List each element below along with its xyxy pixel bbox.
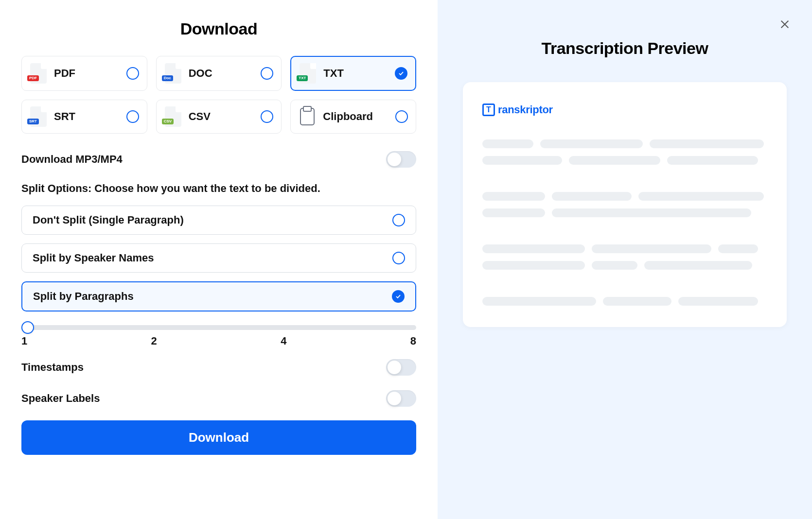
mp3-label: Download MP3/MP4 <box>21 153 123 166</box>
slider-thumb[interactable] <box>21 321 34 334</box>
format-csv[interactable]: CSVCSV <box>156 100 282 134</box>
format-txt[interactable]: TXTTXT <box>290 56 416 91</box>
brand-icon: T <box>482 104 495 116</box>
split-option-radio[interactable] <box>392 290 405 303</box>
split-option-label: Don't Split (Single Paragraph) <box>33 214 184 226</box>
download-panel: Download PDFPDFDocDOCTXTTXTSRTSRTCSVCSVC… <box>0 0 438 519</box>
format-radio[interactable] <box>126 110 139 123</box>
file-icon: TXT <box>297 63 318 84</box>
check-icon <box>398 70 405 77</box>
slider-tick: 2 <box>151 335 157 347</box>
timestamps-toggle[interactable] <box>386 359 416 376</box>
paragraph-slider[interactable]: 1248 <box>21 321 416 347</box>
format-label: DOC <box>189 67 256 80</box>
download-button[interactable]: Download <box>21 420 416 455</box>
split-option-2[interactable]: Split by Paragraphs <box>21 281 416 311</box>
split-option-radio[interactable] <box>392 214 405 226</box>
split-option-label: Split by Paragraphs <box>33 290 134 303</box>
slider-tick: 8 <box>410 335 416 347</box>
split-option-1[interactable]: Split by Speaker Names <box>21 243 416 273</box>
split-options-list: Don't Split (Single Paragraph)Split by S… <box>21 206 416 311</box>
format-label: CSV <box>189 110 256 123</box>
check-icon <box>395 293 402 300</box>
close-icon <box>779 19 790 30</box>
clipboard-icon <box>297 106 318 127</box>
file-icon: CSV <box>162 106 184 127</box>
format-radio[interactable] <box>261 110 273 123</box>
speaker-labels-label: Speaker Labels <box>21 392 100 405</box>
format-doc[interactable]: DocDOC <box>156 56 282 91</box>
preview-panel: Transcription Preview T ranskriptor <box>438 0 812 519</box>
brand-text: ranskriptor <box>498 104 553 116</box>
format-label: TXT <box>323 67 390 80</box>
timestamps-row: Timestamps <box>21 359 416 376</box>
slider-ticks: 1248 <box>21 335 416 347</box>
split-option-0[interactable]: Don't Split (Single Paragraph) <box>21 206 416 235</box>
close-button[interactable] <box>777 17 793 32</box>
file-icon: Doc <box>162 63 184 84</box>
slider-tick: 4 <box>281 335 286 347</box>
format-clipboard[interactable]: Clipboard <box>290 100 416 134</box>
mp3-toggle[interactable] <box>386 151 416 168</box>
format-label: PDF <box>54 67 122 80</box>
preview-skeleton <box>482 139 767 306</box>
split-option-radio[interactable] <box>392 252 405 264</box>
file-icon: PDF <box>28 63 49 84</box>
split-section-label: Split Options: Choose how you want the t… <box>21 182 416 195</box>
format-radio[interactable] <box>261 67 273 80</box>
format-label: Clipboard <box>323 110 390 123</box>
format-pdf[interactable]: PDFPDF <box>21 56 147 91</box>
slider-tick: 1 <box>21 335 27 347</box>
panel-title: Download <box>21 19 416 38</box>
format-label: SRT <box>54 110 122 123</box>
split-option-label: Split by Speaker Names <box>33 252 154 264</box>
preview-title: Transcription Preview <box>463 39 787 58</box>
format-radio[interactable] <box>395 110 408 123</box>
brand-logo: T ranskriptor <box>482 104 767 116</box>
format-radio[interactable] <box>126 67 139 80</box>
timestamps-label: Timestamps <box>21 361 84 374</box>
preview-card: T ranskriptor <box>463 82 787 327</box>
format-grid: PDFPDFDocDOCTXTTXTSRTSRTCSVCSVClipboard <box>21 56 416 134</box>
mp3-toggle-row: Download MP3/MP4 <box>21 151 416 168</box>
speaker-labels-toggle[interactable] <box>386 390 416 407</box>
format-srt[interactable]: SRTSRT <box>21 100 147 134</box>
file-icon: SRT <box>28 106 49 127</box>
format-radio[interactable] <box>395 67 407 80</box>
speaker-labels-row: Speaker Labels <box>21 390 416 407</box>
